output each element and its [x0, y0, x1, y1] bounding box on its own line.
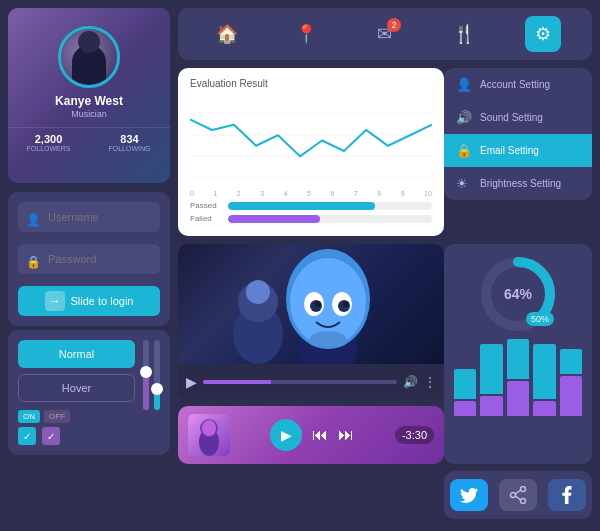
- donut-chart: 64% 50%: [478, 254, 558, 334]
- checkbox-blue[interactable]: ✓: [18, 427, 36, 445]
- profile-title: Musician: [71, 109, 107, 119]
- music-thumbnail: [188, 414, 230, 456]
- nav-settings[interactable]: ⚙: [525, 16, 561, 52]
- normal-button[interactable]: Normal: [18, 340, 135, 368]
- account-icon: 👤: [456, 77, 472, 92]
- slide-to-login-button[interactable]: → Slide to login: [18, 286, 160, 316]
- failed-bar: [228, 215, 432, 223]
- eval-chart: [190, 93, 432, 188]
- bar-col-5: [560, 349, 582, 416]
- video-controls: ▶ 🔊 ⋮: [178, 364, 444, 399]
- checkbox-purple[interactable]: ✓: [42, 427, 60, 445]
- followers-stat: 2,300 FOLLOWERS: [8, 128, 89, 157]
- bar-chart: [454, 346, 582, 416]
- evaluation-card: Evaluation Result 0 1 2 3 4 5 6 7 8 9 10…: [178, 68, 444, 236]
- chart-panel: 64% 50%: [444, 244, 592, 464]
- avatar: [58, 26, 120, 88]
- followers-label: FOLLOWERS: [8, 145, 89, 152]
- email-label: Email Setting: [480, 145, 539, 156]
- sound-label: Sound Setting: [480, 112, 543, 123]
- video-player: ▶ 🔊 ⋮: [178, 244, 444, 399]
- nav-mail[interactable]: ✉ 2: [367, 16, 403, 52]
- fullscreen-icon[interactable]: ⋮: [424, 375, 436, 389]
- brightness-label: Brightness Setting: [480, 178, 561, 189]
- video-content: [178, 244, 444, 364]
- music-time: -3:30: [395, 426, 434, 444]
- music-prev-button[interactable]: ⏮: [312, 426, 328, 444]
- settings-panel: 👤 Account Setting 🔊 Sound Setting 🔒 Emai…: [444, 68, 592, 200]
- facebook-button[interactable]: [548, 479, 586, 511]
- username-icon: 👤: [26, 213, 41, 227]
- share-button[interactable]: [499, 479, 537, 511]
- nav-location[interactable]: 📍: [288, 16, 324, 52]
- slide-arrow-icon: →: [45, 291, 65, 311]
- mail-badge: 2: [387, 18, 401, 32]
- eval-title: Evaluation Result: [190, 78, 432, 89]
- bar-col-4: [533, 344, 555, 416]
- setting-email[interactable]: 🔒 Email Setting: [444, 134, 592, 167]
- failed-label: Failed: [190, 214, 222, 223]
- percent-badge: 50%: [526, 312, 554, 326]
- video-figure: [178, 244, 444, 364]
- email-icon: 🔒: [456, 143, 472, 158]
- login-form: 👤 🔒 → Slide to login: [8, 192, 170, 326]
- following-count: 834: [89, 133, 170, 145]
- svg-point-20: [202, 420, 216, 436]
- followers-count: 2,300: [8, 133, 89, 145]
- brightness-icon: ☀: [456, 176, 472, 191]
- following-stat: 834 FOLLOWING: [89, 128, 170, 157]
- toggle-on[interactable]: ON: [18, 410, 40, 423]
- volume-icon[interactable]: 🔊: [403, 375, 418, 389]
- svg-point-6: [246, 280, 270, 304]
- failed-row: Failed: [190, 214, 432, 223]
- top-navigation: 🏠 📍 ✉ 2 🍴 ⚙: [178, 8, 592, 60]
- nav-home[interactable]: 🏠: [209, 16, 245, 52]
- toggle-group: ON OFF: [18, 410, 135, 423]
- svg-point-24: [510, 493, 515, 498]
- vslider-1[interactable]: [143, 340, 149, 410]
- svg-line-26: [515, 490, 520, 494]
- bar-col-2: [480, 344, 502, 416]
- video-progress[interactable]: [203, 380, 397, 384]
- passed-bar: [228, 202, 432, 210]
- checkbox-row: ✓ ✓: [18, 427, 135, 445]
- music-controls: ▶ ⏮ ⏭: [238, 419, 387, 451]
- music-player: ▶ ⏮ ⏭ -3:30: [178, 406, 444, 464]
- account-label: Account Setting: [480, 79, 550, 90]
- following-label: FOLLOWING: [89, 145, 170, 152]
- music-play-button[interactable]: ▶: [270, 419, 302, 451]
- chart-labels: 0 1 2 3 4 5 6 7 8 9 10: [190, 190, 432, 197]
- toggle-off[interactable]: OFF: [44, 410, 70, 423]
- social-panel: [444, 471, 592, 519]
- svg-point-15: [343, 301, 349, 307]
- passed-row: Passed: [190, 201, 432, 210]
- svg-point-25: [520, 499, 525, 504]
- twitter-button[interactable]: [450, 479, 488, 511]
- setting-brightness[interactable]: ☀ Brightness Setting: [444, 167, 592, 200]
- password-icon: 🔒: [26, 255, 41, 269]
- svg-point-14: [315, 301, 321, 307]
- setting-account[interactable]: 👤 Account Setting: [444, 68, 592, 101]
- slide-label: Slide to login: [71, 295, 134, 307]
- hover-button[interactable]: Hover: [18, 374, 135, 402]
- svg-point-16: [310, 331, 346, 347]
- bar-col-1: [454, 369, 476, 416]
- passed-label: Passed: [190, 201, 222, 210]
- buttons-panel: Normal Hover ON OFF ✓ ✓: [8, 330, 170, 455]
- sound-icon: 🔊: [456, 110, 472, 125]
- bar-col-3: [507, 339, 529, 416]
- nav-fork[interactable]: 🍴: [446, 16, 482, 52]
- play-button[interactable]: ▶: [186, 374, 197, 390]
- donut-label: 64%: [504, 286, 532, 302]
- profile-name: Kanye West: [55, 94, 123, 108]
- setting-sound[interactable]: 🔊 Sound Setting: [444, 101, 592, 134]
- profile-card: Kanye West Musician 2,300 FOLLOWERS 834 …: [8, 8, 170, 183]
- music-next-button[interactable]: ⏭: [338, 426, 354, 444]
- vslider-2[interactable]: [154, 340, 160, 410]
- svg-point-23: [520, 487, 525, 492]
- svg-line-27: [515, 496, 520, 500]
